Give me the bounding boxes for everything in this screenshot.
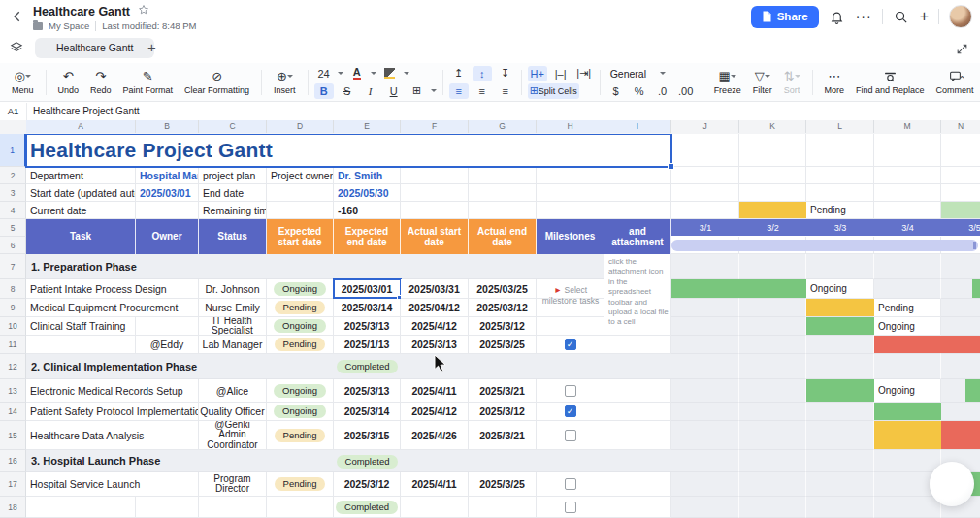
align-bottom-button[interactable]: ↧	[496, 66, 515, 81]
align-left-button[interactable]: ≡	[449, 83, 469, 99]
column-header[interactable]: L	[806, 120, 874, 133]
table-header-actual-start-date[interactable]: Actual start date	[401, 219, 469, 254]
align-top-button[interactable]: ↥	[449, 66, 469, 81]
cell[interactable]: Current date	[26, 202, 136, 219]
cell[interactable]: 2025/03/14	[334, 299, 401, 317]
paint-format-button[interactable]: ✎Paint Format	[117, 70, 180, 95]
cell[interactable]: Pending	[267, 299, 334, 317]
undo-button[interactable]: ↶Undo	[52, 70, 85, 95]
find-replace-button[interactable]: Find and Replace	[850, 70, 931, 95]
column-header[interactable]: A	[26, 120, 136, 133]
cell[interactable]: Completed	[334, 354, 401, 379]
cell[interactable]: 2025/3/21	[469, 379, 537, 403]
cell[interactable]: 2025/3/13	[334, 379, 401, 403]
italic-button[interactable]: I	[361, 83, 380, 99]
cell[interactable]: 2025/3/13	[334, 317, 401, 336]
table-header-task[interactable]: Task	[26, 219, 136, 254]
row-header[interactable]: 5	[0, 219, 26, 237]
decrease-decimal-button[interactable]: .0	[653, 83, 672, 99]
font-size-select[interactable]: 24	[314, 66, 334, 81]
cell[interactable]: Remaining time	[199, 202, 267, 219]
cell[interactable]: 2025/03/25	[469, 279, 537, 299]
cell[interactable]: Pending	[267, 336, 334, 354]
milestone-checkbox[interactable]	[565, 502, 576, 513]
table-header-expected-start-date[interactable]: Expected start date	[267, 219, 334, 254]
row-header[interactable]: 9	[0, 299, 26, 317]
cell[interactable]: Dr. Smith	[334, 167, 401, 184]
sheet-list-icon[interactable]	[10, 41, 23, 58]
row-header[interactable]: 10	[0, 317, 26, 336]
add-sheet-icon[interactable]: +	[147, 39, 156, 55]
align-center-button[interactable]: ≡	[473, 83, 492, 99]
fill-color-button[interactable]	[380, 66, 400, 81]
cell[interactable]: 2025/3/12	[334, 472, 401, 497]
progress-handle[interactable]	[973, 242, 976, 249]
row-header[interactable]: 8	[0, 279, 26, 299]
cell[interactable]: 2025/3/25	[469, 336, 537, 354]
cell[interactable]: @Genki Admin Coordinator	[199, 421, 267, 450]
space-label[interactable]: My Space	[49, 20, 89, 31]
milestone-checkbox[interactable]	[565, 478, 576, 490]
document-title[interactable]: Healthcare Gantt	[33, 5, 130, 18]
row-header[interactable]: 17	[0, 472, 26, 497]
cell[interactable]: Pending	[267, 472, 334, 497]
font-color-button[interactable]: A	[347, 66, 367, 81]
increase-decimal-button[interactable]: .00	[676, 83, 696, 99]
cell[interactable]: Start date (updated autom	[26, 184, 136, 202]
row-header[interactable]: 7	[0, 254, 26, 279]
cell[interactable]: @Eddy	[136, 336, 199, 354]
tab-healthcare-gantt[interactable]: Healthcare Gantt	[35, 38, 154, 58]
table-header-status[interactable]: Status	[199, 219, 267, 254]
cell[interactable]: Healthcare Data Analysis	[26, 421, 199, 450]
cell[interactable]: 2025/03/01	[136, 184, 199, 202]
back-icon[interactable]	[8, 4, 27, 29]
cell[interactable]: 2025/4/26	[401, 421, 469, 450]
cell[interactable]: Patient Intake Process Design	[26, 279, 199, 299]
cell[interactable]: 2025/03/01	[334, 279, 401, 299]
sheet-title-cell[interactable]: Healthcare Project Gantt	[26, 134, 671, 167]
merge-horizontal-button[interactable]: |–|	[551, 66, 571, 81]
merge-cells-button[interactable]: H+	[528, 66, 547, 81]
cell[interactable]: 2025/03/31	[401, 279, 469, 299]
cell[interactable]: Ongoing	[267, 403, 334, 421]
table-header-and-attachment[interactable]: and attachment	[604, 219, 671, 254]
cell[interactable]: 2025/3/13	[401, 336, 469, 354]
row-header[interactable]: 2	[0, 167, 26, 184]
cell[interactable]: project plan	[199, 167, 267, 184]
redo-button[interactable]: ↷Redo	[84, 70, 117, 95]
row-header[interactable]: 13	[0, 379, 26, 403]
cell[interactable]: Project owner	[267, 167, 334, 184]
percent-button[interactable]: %	[630, 83, 649, 99]
fill-handle[interactable]	[668, 163, 674, 170]
column-header[interactable]: C	[199, 120, 267, 133]
cell[interactable]: Quality Officer	[199, 403, 267, 421]
cell[interactable]: 2025/05/30	[334, 184, 401, 202]
strikethrough-button[interactable]: S	[338, 83, 357, 99]
column-header[interactable]: D	[267, 120, 334, 133]
phase-row[interactable]: 1. Preparation Phase	[26, 254, 671, 279]
merge-vertical-button[interactable]: |⇥|	[574, 66, 594, 81]
cell[interactable]: Program Director	[199, 472, 267, 497]
cell[interactable]: 2025/4/11	[401, 472, 469, 497]
formula-input[interactable]: Healthcare Project Gantt	[33, 103, 140, 120]
user-avatar[interactable]	[949, 5, 972, 28]
row-header[interactable]: 16	[0, 450, 26, 472]
cell[interactable]: 2025/3/12	[469, 317, 537, 336]
cell[interactable]: 2025/04/12	[401, 299, 469, 317]
cell[interactable]: 2025/3/21	[469, 421, 537, 450]
cell[interactable]	[537, 472, 604, 497]
cell[interactable]	[537, 379, 604, 403]
row-header[interactable]: 15	[0, 421, 26, 450]
cell[interactable]: Hospital Service Launch	[26, 472, 199, 497]
cell[interactable]: Lab Manager	[199, 336, 267, 354]
row-header[interactable]: 18	[0, 497, 26, 518]
menu-button[interactable]: ◎Menu	[6, 70, 40, 95]
column-header[interactable]: J	[671, 120, 739, 133]
cell[interactable]: Patient Safety Protocol Implementation	[26, 403, 199, 421]
insert-button[interactable]: ⊕Insert	[268, 70, 302, 95]
cell[interactable]: 2025/3/14	[334, 403, 401, 421]
row-header[interactable]: 14	[0, 403, 26, 421]
cell[interactable]: Hospital Manag	[136, 167, 199, 184]
currency-button[interactable]: $	[606, 83, 626, 99]
column-header[interactable]: K	[739, 120, 806, 133]
